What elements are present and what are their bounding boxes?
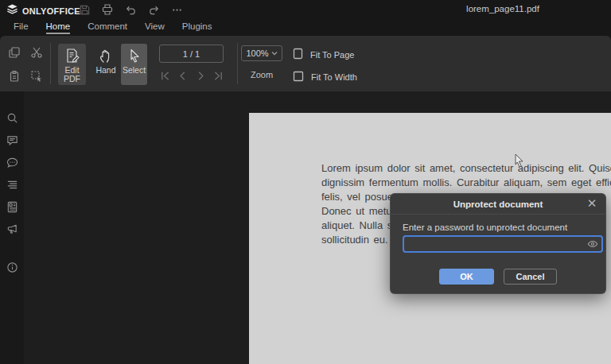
fit-to-width-icon (293, 71, 304, 83)
select-tool-label: Select (123, 66, 146, 75)
headings-outline-icon[interactable] (6, 178, 18, 191)
password-field-wrap (403, 235, 603, 253)
home-toolbar: Edit PDF Hand Select 1 / 1 (0, 36, 611, 91)
search-icon[interactable] (6, 111, 18, 124)
comments-icon[interactable] (6, 134, 18, 146)
left-sidebar (0, 91, 24, 364)
redo-button[interactable] (147, 3, 160, 16)
page-counter[interactable]: 1 / 1 (159, 45, 224, 63)
quick-access-toolbar (78, 3, 183, 16)
edit-pdf-button[interactable]: Edit PDF (58, 44, 86, 85)
document-viewer[interactable]: Lorem ipsum dolor sit amet, consectetur … (24, 91, 611, 364)
copy-icon[interactable] (7, 45, 21, 60)
more-options-icon[interactable] (170, 3, 183, 16)
next-page-icon[interactable] (194, 69, 207, 82)
edit-pdf-label: Edit PDF (58, 66, 86, 83)
text-line: Lorem ipsum dolor sit amet, consectetur … (321, 161, 611, 176)
last-page-icon[interactable] (212, 69, 225, 82)
fit-to-width-button[interactable]: Fit To Width (293, 71, 357, 83)
show-password-eye-icon[interactable] (586, 238, 599, 250)
dialog-footer: OK Cancel (391, 269, 605, 285)
select-area-icon[interactable] (29, 69, 44, 83)
tab-view[interactable]: View (145, 19, 165, 35)
password-input[interactable] (403, 235, 603, 253)
fit-to-page-icon (293, 48, 303, 61)
dialog-header[interactable]: Unprotect document ✕ (391, 194, 605, 215)
first-page-icon[interactable] (158, 69, 171, 82)
feedback-icon[interactable] (6, 223, 18, 235)
cut-icon[interactable] (29, 45, 44, 60)
page-thumbnails-icon[interactable] (6, 200, 18, 213)
fit-to-width-label: Fit To Width (311, 72, 357, 82)
titlebar: ONLYOFFICE lorem_page11.pdf (0, 0, 611, 18)
print-button[interactable] (101, 3, 114, 16)
password-label: Enter a password to unprotect document (403, 223, 567, 232)
onlyoffice-logo-icon (6, 3, 18, 18)
chevron-down-icon (271, 48, 278, 58)
toolbar-separator (50, 43, 51, 84)
page-navigation (158, 69, 225, 82)
zoom-value: 100% (246, 48, 268, 58)
hand-tool-label: Hand (95, 66, 115, 75)
text-line: dignissim fermentum mollis. Curabitur al… (321, 176, 611, 190)
select-tool-button[interactable]: Select (121, 44, 147, 85)
tab-file[interactable]: File (14, 19, 29, 35)
menu-tabs: File Home Comment View Plugins (0, 18, 611, 36)
zoom-label: Zoom (241, 70, 282, 79)
toolbar-separator (237, 43, 238, 84)
unprotect-document-dialog: Unprotect document ✕ Enter a password to… (390, 193, 606, 294)
previous-page-icon[interactable] (177, 69, 189, 82)
hand-tool-button[interactable]: Hand (91, 44, 121, 85)
paste-icon[interactable] (7, 69, 21, 83)
save-button[interactable] (78, 3, 91, 16)
dialog-title: Unprotect document (453, 199, 543, 209)
document-title: lorem_page11.pdf (466, 4, 539, 14)
fit-to-page-button[interactable]: Fit To Page (293, 48, 354, 61)
chat-icon[interactable] (6, 156, 18, 168)
tab-comment[interactable]: Comment (88, 19, 127, 35)
app-logo: ONLYOFFICE (6, 3, 80, 18)
fit-to-page-label: Fit To Page (310, 50, 354, 60)
undo-button[interactable] (124, 3, 137, 16)
tab-home[interactable]: Home (46, 19, 71, 35)
zoom-dropdown[interactable]: 100% (241, 45, 282, 61)
close-icon[interactable]: ✕ (585, 196, 599, 211)
onlyoffice-window: ONLYOFFICE lorem_page11.pdf File Home Co… (0, 0, 611, 364)
about-info-icon[interactable] (6, 261, 18, 273)
tab-plugins[interactable]: Plugins (182, 19, 212, 35)
body-area: Lorem ipsum dolor sit amet, consectetur … (0, 91, 611, 364)
brand-name: ONLYOFFICE (22, 6, 80, 16)
cancel-button[interactable]: Cancel (504, 269, 557, 285)
ok-button[interactable]: OK (439, 269, 494, 285)
